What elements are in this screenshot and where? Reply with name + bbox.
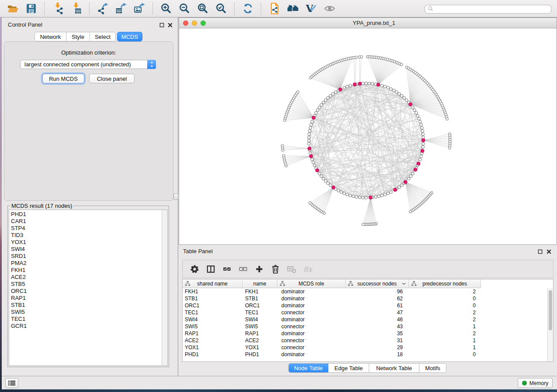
cell-predecessor-nodes: 0 bbox=[409, 303, 481, 309]
table-row[interactable]: STB1STB1dominator620 bbox=[183, 295, 547, 302]
column-header-successor-nodes[interactable]: successor nodes bbox=[346, 279, 409, 288]
network-canvas[interactable] bbox=[179, 28, 557, 244]
zoom-fit-button[interactable] bbox=[195, 1, 210, 16]
cell-predecessor-nodes: 2 bbox=[409, 309, 481, 316]
table-row[interactable]: PHD1PHD1dominator180 bbox=[183, 351, 547, 358]
tab-style[interactable]: Style bbox=[66, 32, 90, 41]
cell-MCDS-role: dominator bbox=[277, 351, 346, 358]
table-row[interactable]: YOX1YOX1connector291 bbox=[183, 344, 547, 351]
export-image-button[interactable] bbox=[132, 1, 147, 16]
columns-button[interactable] bbox=[205, 263, 217, 275]
table-row[interactable]: RAP1RAP1dominator352 bbox=[183, 330, 547, 337]
add-column-button[interactable] bbox=[254, 263, 265, 275]
tab-edge-table[interactable]: Edge Table bbox=[328, 364, 369, 372]
tab-network-table[interactable]: Network Table bbox=[369, 364, 419, 372]
mcds-result-item[interactable]: PHD1 bbox=[11, 211, 167, 218]
run-mcds-button[interactable]: Run MCDS bbox=[42, 74, 84, 83]
column-header-shared-name[interactable]: shared name bbox=[183, 279, 242, 288]
close-panel-icon[interactable] bbox=[167, 22, 173, 28]
mcds-result-item[interactable]: STB5 bbox=[11, 281, 167, 288]
tab-mcds[interactable]: MCDS bbox=[117, 32, 142, 41]
cell-predecessor-nodes: 2 bbox=[409, 330, 481, 337]
zoom-selected-icon bbox=[215, 3, 227, 14]
column-header-name[interactable]: name bbox=[242, 279, 277, 288]
table-scrollbar-thumb[interactable] bbox=[549, 290, 552, 330]
table-row[interactable]: FKH1FKH1dominator962 bbox=[183, 288, 547, 295]
column-label: MCDS role bbox=[298, 281, 324, 287]
float-table-panel-icon[interactable] bbox=[537, 248, 543, 254]
tab-select[interactable]: Select bbox=[90, 32, 116, 41]
cell-shared-name: SWI5 bbox=[183, 323, 242, 330]
zoom-out-button[interactable] bbox=[177, 1, 192, 16]
export-table-button[interactable] bbox=[114, 1, 128, 16]
vizmapper-icon: V bbox=[305, 3, 317, 14]
export-network-button[interactable] bbox=[95, 1, 110, 16]
panel-splitter-handle[interactable] bbox=[173, 193, 178, 200]
table-row[interactable]: ORC1ORC1dominator610 bbox=[183, 302, 547, 309]
mcds-result-item[interactable]: SWI4 bbox=[11, 246, 167, 253]
close-panel-button[interactable]: Close panel bbox=[89, 74, 135, 83]
zoom-in-button[interactable] bbox=[159, 1, 173, 16]
tab-node-table[interactable]: Node Table bbox=[289, 364, 328, 372]
tab-motifs[interactable]: Motifs bbox=[419, 364, 446, 372]
float-panel-icon[interactable] bbox=[159, 22, 165, 28]
deselect-all-rows-button[interactable] bbox=[238, 263, 249, 275]
mcds-result-listbox[interactable]: PHD1CAR1STP4TID3YOX1SWI4SRD1PMA2FKH1ACE2… bbox=[9, 210, 168, 366]
import-network-button[interactable] bbox=[50, 1, 65, 16]
network-window-titlebar[interactable]: YPA_prune.txt_1 bbox=[179, 18, 557, 28]
table-row[interactable]: ACE2ACE2connector311 bbox=[183, 337, 547, 344]
hide-graphics-button[interactable] bbox=[322, 1, 337, 16]
dropdown-stepper-icon bbox=[147, 60, 156, 69]
mcds-result-item[interactable]: GCR1 bbox=[11, 323, 167, 330]
table-row[interactable]: SWI5SWI5connector431 bbox=[183, 323, 547, 330]
table-scrollbar[interactable] bbox=[547, 288, 553, 361]
mcds-result-item[interactable]: YOX1 bbox=[11, 239, 167, 246]
mcds-result-item[interactable]: PMA2 bbox=[11, 260, 167, 267]
open-file-button[interactable] bbox=[5, 1, 20, 16]
mcds-result-item[interactable]: TEC1 bbox=[11, 316, 167, 323]
cell-name: PHD1 bbox=[242, 351, 277, 358]
delete-table-button[interactable] bbox=[286, 263, 298, 275]
save-session-button[interactable] bbox=[24, 1, 38, 16]
refresh-network-button[interactable] bbox=[240, 1, 255, 16]
settings-gear-button[interactable] bbox=[189, 263, 201, 275]
mcds-result-item[interactable]: CAR1 bbox=[11, 218, 167, 225]
share-document-button[interactable] bbox=[267, 1, 282, 16]
mcds-result-item[interactable]: SWI5 bbox=[11, 309, 167, 316]
mcds-result-item[interactable]: STP4 bbox=[11, 225, 167, 232]
cell-name: ORC1 bbox=[242, 303, 277, 309]
mcds-result-item[interactable]: ORC1 bbox=[11, 288, 167, 295]
mcds-result-item[interactable]: ACE2 bbox=[11, 274, 167, 281]
node-table[interactable]: shared namenameMCDS rolesuccessor nodesp… bbox=[182, 279, 554, 362]
mcds-result-item[interactable]: FKH1 bbox=[11, 267, 167, 274]
select-all-rows-button[interactable] bbox=[221, 263, 233, 275]
tab-network[interactable]: Network bbox=[35, 32, 66, 41]
mcds-result-scrollbar[interactable] bbox=[162, 210, 167, 365]
toolbar-separator bbox=[234, 3, 235, 15]
optimization-criterion-dropdown[interactable]: largest connected component (undirected) bbox=[20, 60, 156, 69]
column-header-predecessor-nodes[interactable]: predecessor nodes bbox=[409, 279, 481, 288]
import-table-button[interactable] bbox=[69, 1, 83, 16]
network-overview-button[interactable] bbox=[285, 1, 300, 16]
mcds-result-item[interactable]: RAP1 bbox=[11, 295, 167, 302]
search-box[interactable] bbox=[425, 5, 551, 14]
task-history-button[interactable] bbox=[5, 378, 18, 388]
close-table-panel-icon[interactable] bbox=[546, 248, 552, 254]
cell-MCDS-role: connector bbox=[277, 309, 346, 316]
delete-column-button[interactable] bbox=[270, 263, 281, 275]
network-view-window: YPA_prune.txt_1 bbox=[179, 17, 557, 245]
cell-successor-nodes: 62 bbox=[346, 296, 409, 302]
column-header-MCDS-role[interactable]: MCDS role bbox=[277, 279, 346, 288]
cell-shared-name: ORC1 bbox=[183, 303, 242, 309]
mcds-result-item[interactable]: STB1 bbox=[11, 302, 167, 309]
table-row[interactable]: TEC1TEC1connector472 bbox=[183, 309, 547, 316]
mcds-result-item[interactable]: TID3 bbox=[11, 232, 167, 239]
mcds-result-item[interactable]: SRD1 bbox=[11, 253, 167, 260]
cell-MCDS-role: dominator bbox=[277, 289, 346, 295]
memory-button[interactable]: Memory bbox=[518, 378, 553, 388]
function-builder-button[interactable]: f(x) bbox=[302, 263, 314, 275]
search-input[interactable] bbox=[436, 6, 548, 12]
table-row[interactable]: SWI4SWI4dominator462 bbox=[183, 316, 547, 323]
zoom-selected-button[interactable] bbox=[214, 1, 228, 16]
vizmapper-button[interactable]: V bbox=[304, 1, 318, 16]
